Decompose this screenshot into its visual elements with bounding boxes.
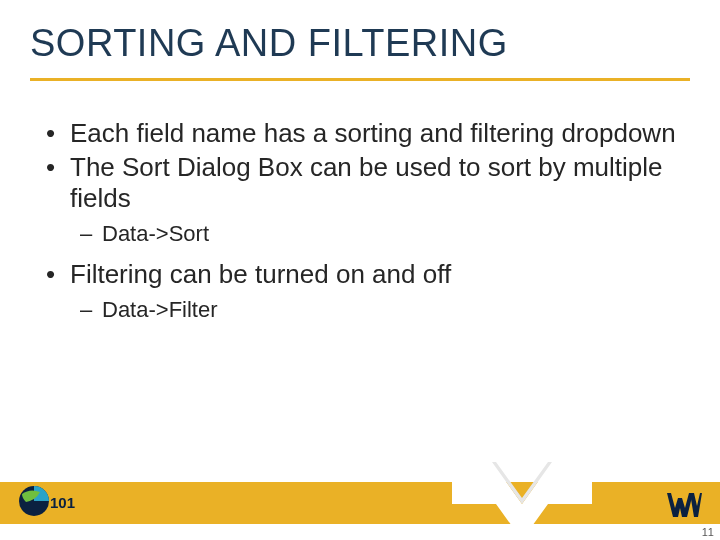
footer-white-strip bbox=[0, 524, 720, 540]
course-logo-icon: 101 bbox=[16, 484, 76, 518]
slide-body: Each field name has a sorting and filter… bbox=[40, 118, 680, 334]
svg-rect-4 bbox=[666, 490, 702, 492]
bullet-item: Filtering can be turned on and off bbox=[40, 259, 680, 291]
sub-bullet-item: Data->Sort bbox=[40, 219, 680, 249]
sub-bullet-item: Data->Filter bbox=[40, 295, 680, 325]
footer-bar bbox=[0, 482, 720, 524]
wvu-logo-icon bbox=[666, 490, 702, 520]
chevron-decoration bbox=[452, 462, 592, 540]
slide-title: SORTING AND FILTERING bbox=[30, 22, 690, 65]
page-number: 11 bbox=[702, 526, 714, 538]
bullet-item: The Sort Dialog Box can be used to sort … bbox=[40, 152, 680, 215]
slide: SORTING AND FILTERING Each field name ha… bbox=[0, 0, 720, 540]
svg-text:101: 101 bbox=[50, 494, 75, 511]
slide-footer: 101 11 bbox=[0, 462, 720, 540]
title-underline bbox=[30, 78, 690, 81]
bullet-item: Each field name has a sorting and filter… bbox=[40, 118, 680, 150]
